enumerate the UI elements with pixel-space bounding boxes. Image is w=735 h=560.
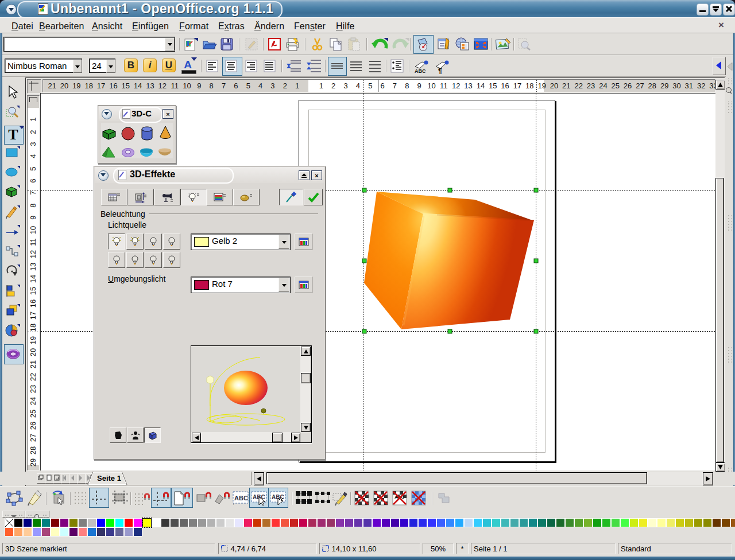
svg-text:ABC: ABC xyxy=(415,68,426,74)
svg-text:Seite 1: Seite 1 xyxy=(97,474,121,483)
svg-text:¶: ¶ xyxy=(438,67,442,74)
svg-text:ABC: ABC xyxy=(234,495,248,501)
